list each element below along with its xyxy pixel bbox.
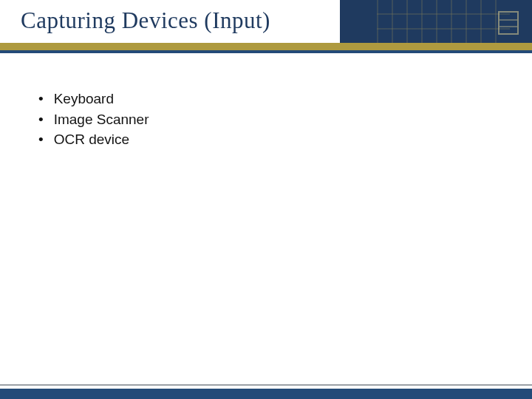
header-decoration <box>340 0 532 44</box>
bullet-text: Keyboard <box>54 89 114 109</box>
bullet-text: Image Scanner <box>54 109 149 130</box>
bullet-list: • Keyboard • Image Scanner • OCR device <box>38 89 149 150</box>
title-underline <box>0 43 532 50</box>
bullet-icon: • <box>38 112 44 126</box>
footer-band <box>0 389 532 399</box>
list-item: • OCR device <box>38 129 149 150</box>
bullet-text: OCR device <box>54 129 129 150</box>
footer-divider <box>0 384 532 386</box>
bullet-icon: • <box>38 132 44 146</box>
slide-title: Capturing Devices (Input) <box>21 7 270 34</box>
list-item: • Keyboard <box>38 89 149 109</box>
list-item: • Image Scanner <box>38 109 149 130</box>
bullet-icon: • <box>38 92 44 106</box>
